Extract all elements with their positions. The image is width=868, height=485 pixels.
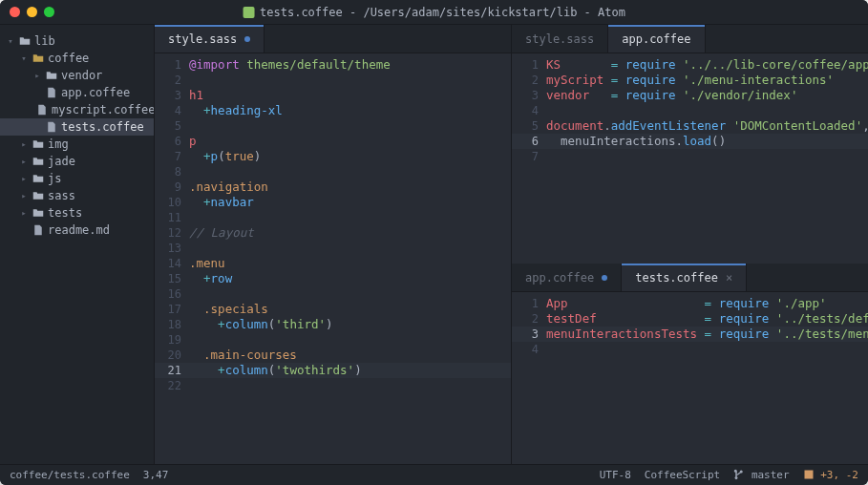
code-line[interactable]: [189, 118, 511, 134]
tree-item-coffee[interactable]: ▾coffee: [0, 50, 154, 67]
tree-label: tests: [48, 206, 82, 220]
code[interactable]: @import themes/default/theme h1 +heading…: [189, 53, 511, 464]
tree-item-js[interactable]: ▸js: [0, 170, 154, 187]
close-icon[interactable]: ×: [726, 271, 732, 285]
tab-label: app.coffee: [525, 271, 594, 285]
titlebar[interactable]: tests.coffee - /Users/adam/sites/kicksta…: [0, 0, 868, 25]
code-line[interactable]: [546, 342, 868, 357]
file-icon: [46, 120, 57, 134]
chevron-icon: ▸: [19, 191, 29, 200]
tab-app-coffee[interactable]: app.coffee: [608, 25, 705, 53]
tab-bar-left[interactable]: style.sass: [155, 25, 511, 53]
tree-label: coffee: [48, 52, 89, 65]
tab-app-coffee[interactable]: app.coffee: [512, 264, 622, 291]
code-line[interactable]: // Layout: [189, 225, 511, 241]
chevron-icon: ▸: [32, 71, 42, 80]
tree-item-jade[interactable]: ▸jade: [0, 153, 154, 170]
close-icon[interactable]: [10, 7, 20, 17]
folder-icon: [46, 69, 57, 82]
tree-item-img[interactable]: ▸img: [0, 136, 154, 153]
code-line[interactable]: document.addEventListener 'DOMContentLoa…: [546, 118, 868, 134]
file-icon: [46, 86, 57, 99]
tree-item-app-coffee[interactable]: app.coffee: [0, 84, 154, 101]
code-line[interactable]: +heading-xl: [189, 103, 511, 118]
code-line[interactable]: [546, 149, 868, 164]
window-title: tests.coffee - /Users/adam/sites/kicksta…: [243, 6, 625, 19]
tree-label: lib: [34, 34, 55, 48]
code-line[interactable]: h1: [189, 88, 511, 103]
tree-item-vendor[interactable]: ▸vendor: [0, 67, 154, 84]
folder-icon: [32, 172, 44, 185]
code-line[interactable]: KS = require '../../lib-core/coffee/app': [546, 57, 868, 73]
code-line[interactable]: +row: [189, 271, 511, 286]
tree-item-readme-md[interactable]: readme.md: [0, 221, 154, 239]
chevron-icon: ▾: [6, 36, 15, 46]
code-line[interactable]: .main-courses: [189, 348, 511, 363]
tree-item-sass[interactable]: ▸sass: [0, 187, 154, 204]
folder-icon: [32, 206, 44, 220]
editor-left[interactable]: 12345678910111213141516171819202122 @imp…: [155, 53, 511, 464]
pane-right: style.sassapp.coffee 1234567 KS = requir…: [512, 25, 868, 464]
maximize-icon[interactable]: [44, 7, 54, 17]
diff-text: +3, -2: [820, 469, 858, 481]
code-line[interactable]: .menu: [189, 256, 511, 271]
code[interactable]: App = require './app'testDef = require '…: [546, 292, 868, 464]
tree-view[interactable]: ▾lib▾coffee▸vendorapp.coffeemyscript.cof…: [0, 25, 155, 464]
tree-item-tests-coffee[interactable]: tests.coffee: [0, 118, 154, 136]
code-line[interactable]: .specials: [189, 302, 511, 317]
status-cursor[interactable]: 3,47: [143, 469, 169, 481]
tab-style-sass[interactable]: style.sass: [155, 25, 265, 53]
gutter: 1234: [512, 292, 546, 464]
tree-item-lib[interactable]: ▾lib: [0, 32, 154, 50]
status-encoding[interactable]: UTF-8: [600, 469, 631, 481]
code-line[interactable]: [546, 103, 868, 118]
file-icon: [36, 103, 48, 116]
editor-right-bottom[interactable]: 1234 App = require './app'testDef = requ…: [512, 292, 868, 464]
code-line[interactable]: [189, 73, 511, 88]
pane-left: style.sass 12345678910111213141516171819…: [155, 25, 512, 464]
code-line[interactable]: @import themes/default/theme: [189, 57, 511, 73]
code[interactable]: KS = require '../../lib-core/coffee/app'…: [546, 53, 868, 264]
code-line[interactable]: +column('third'): [189, 317, 511, 332]
code-line[interactable]: .navigation: [189, 179, 511, 195]
tree-label: img: [48, 137, 69, 151]
folder-icon: [32, 137, 44, 151]
status-file-path[interactable]: coffee/tests.coffee: [10, 469, 130, 481]
code-line[interactable]: vendor = require './vendor/index': [546, 88, 868, 103]
tab-bar-right-bottom[interactable]: app.coffeetests.coffee×: [512, 264, 868, 292]
tree-label: readme.md: [48, 223, 110, 237]
code-line[interactable]: testDef = require '../tests/default': [546, 311, 868, 327]
code-line[interactable]: myScript = require './menu-interactions': [546, 73, 868, 88]
minimize-icon[interactable]: [27, 7, 37, 17]
tree-label: vendor: [61, 69, 102, 82]
code-line[interactable]: +column('twothirds'): [189, 363, 511, 378]
status-grammar[interactable]: CoffeeScript: [645, 469, 720, 481]
code-line[interactable]: [189, 241, 511, 256]
code-line[interactable]: [189, 378, 511, 393]
folder-icon: [32, 189, 44, 202]
code-line[interactable]: menuInteractionsTests = require '../test…: [546, 327, 868, 342]
code-line[interactable]: +p(true): [189, 149, 511, 164]
tab-style-sass[interactable]: style.sass: [512, 25, 608, 53]
status-git-diff[interactable]: +3, -2: [803, 469, 858, 481]
tree-label: sass: [48, 189, 75, 202]
tree-label: js: [48, 172, 61, 185]
tab-tests-coffee[interactable]: tests.coffee×: [622, 264, 747, 291]
code-line[interactable]: [189, 332, 511, 348]
code-line[interactable]: [189, 164, 511, 179]
code-line[interactable]: +navbar: [189, 195, 511, 210]
code-line[interactable]: App = require './app': [546, 296, 868, 311]
tree-item-tests[interactable]: ▸tests: [0, 204, 154, 221]
code-line[interactable]: [189, 286, 511, 302]
branch-name: master: [752, 469, 790, 481]
code-line[interactable]: menuInteractions.load(): [546, 134, 868, 149]
folder-icon: [19, 34, 31, 48]
tree-item-myscript-coffee[interactable]: myscript.coffee: [0, 101, 154, 118]
editor-right-top[interactable]: 1234567 KS = require '../../lib-core/cof…: [512, 53, 868, 264]
status-branch[interactable]: master: [733, 469, 789, 481]
code-line[interactable]: [189, 210, 511, 225]
code-line[interactable]: p: [189, 134, 511, 149]
tab-bar-right-top[interactable]: style.sassapp.coffee: [512, 25, 868, 53]
tab-label: style.sass: [525, 32, 594, 46]
git-branch-icon: [733, 469, 745, 480]
